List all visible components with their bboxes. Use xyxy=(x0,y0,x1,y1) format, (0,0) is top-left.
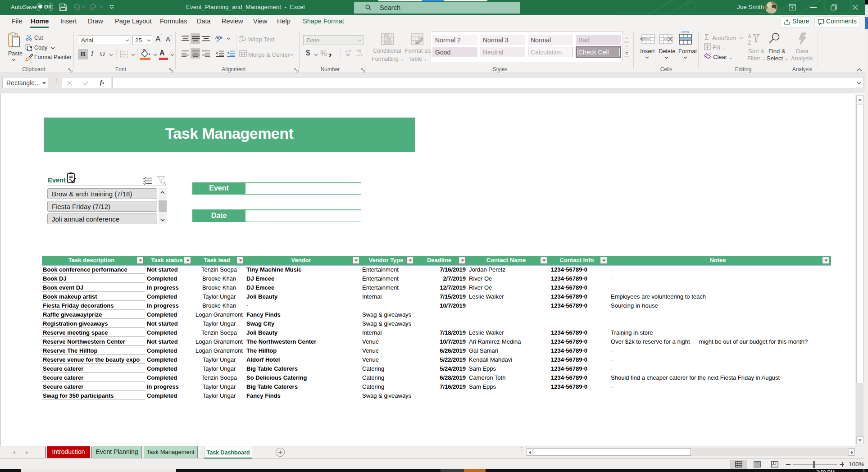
svg-text:c: c xyxy=(239,38,241,42)
svg-text:A: A xyxy=(748,33,751,40)
svg-text:Z: Z xyxy=(748,40,751,45)
